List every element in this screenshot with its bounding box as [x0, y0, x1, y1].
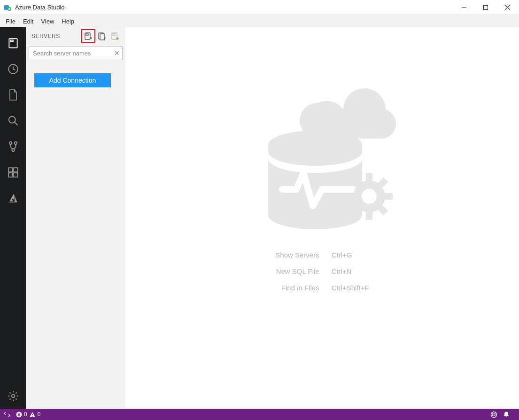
app-icon — [4, 3, 12, 12]
menu-file[interactable]: File — [2, 16, 19, 26]
shortcut-key: Ctrl+G — [332, 251, 369, 259]
svg-rect-18 — [14, 173, 18, 177]
app-body: SERVERS — [0, 27, 519, 409]
svg-point-45 — [32, 416, 33, 417]
shortcut-key: Ctrl+Shift+F — [332, 284, 369, 292]
svg-rect-8 — [10, 40, 13, 41]
shortcut-key: Ctrl+N — [332, 267, 369, 275]
titlebar: Azure Data Studio — [0, 0, 519, 15]
svg-rect-29 — [113, 34, 115, 35]
keyboard-shortcuts: Show Servers Ctrl+G New SQL File Ctrl+N … — [275, 251, 369, 292]
status-warnings-count: 0 — [38, 411, 41, 418]
svg-rect-21 — [86, 34, 88, 35]
svg-point-30 — [116, 38, 119, 40]
status-remote-icon[interactable] — [4, 411, 10, 418]
svg-rect-15 — [8, 168, 13, 172]
add-connection-button[interactable]: Add Connection — [34, 73, 111, 87]
svg-line-11 — [15, 122, 18, 125]
welcome-illustration — [240, 88, 404, 239]
svg-point-13 — [14, 141, 16, 144]
svg-rect-4 — [484, 5, 488, 9]
activitybar — [0, 27, 26, 409]
menu-view[interactable]: View — [37, 16, 58, 26]
new-server-group-icon[interactable] — [95, 30, 108, 43]
svg-point-47 — [492, 413, 493, 414]
search-input[interactable] — [29, 46, 123, 60]
svg-rect-36 — [384, 193, 393, 200]
svg-point-10 — [8, 116, 15, 123]
close-button[interactable] — [496, 0, 518, 15]
menu-edit[interactable]: Edit — [19, 16, 37, 26]
activity-tasks-icon[interactable] — [0, 56, 26, 82]
activity-settings-icon[interactable] — [0, 383, 26, 409]
add-connection-wrap: Add Connection — [26, 60, 125, 87]
minimize-button[interactable] — [453, 0, 475, 15]
editor-area: Show Servers Ctrl+G New SQL File Ctrl+N … — [125, 27, 519, 409]
new-connection-icon[interactable] — [81, 29, 95, 43]
shortcut-label: Show Servers — [275, 251, 319, 259]
sidebar-header: SERVERS — [26, 27, 125, 45]
activity-explorer-icon[interactable] — [0, 82, 26, 108]
activity-azure-icon[interactable] — [0, 185, 26, 211]
svg-point-46 — [491, 412, 497, 417]
svg-point-12 — [9, 141, 11, 144]
clear-search-icon[interactable]: ✕ — [114, 50, 120, 56]
activity-search-icon[interactable] — [0, 108, 26, 133]
status-errors-count: 0 — [24, 411, 27, 418]
sidebar-title: SERVERS — [31, 33, 60, 39]
menubar: File Edit View Help — [0, 15, 519, 27]
svg-rect-16 — [14, 168, 18, 172]
svg-rect-35 — [346, 193, 354, 200]
svg-rect-34 — [366, 211, 372, 220]
svg-rect-25 — [100, 34, 105, 40]
sidebar: SERVERS — [26, 27, 125, 409]
window-title: Azure Data Studio — [15, 4, 65, 11]
search-wrapper: ✕ — [29, 46, 123, 60]
svg-rect-33 — [366, 173, 372, 181]
activity-extensions-icon[interactable] — [0, 159, 26, 185]
status-feedback-icon[interactable] — [490, 411, 497, 418]
status-notifications-icon[interactable] — [503, 411, 510, 418]
shortcut-label: Find in Files — [275, 284, 319, 292]
svg-point-14 — [12, 148, 14, 151]
menu-help[interactable]: Help — [58, 16, 78, 26]
svg-point-48 — [495, 413, 496, 414]
maximize-button[interactable] — [475, 0, 496, 15]
svg-point-32 — [362, 189, 377, 204]
activity-servers-icon[interactable] — [0, 30, 26, 56]
svg-point-19 — [11, 394, 15, 397]
statusbar: 0 0 — [0, 409, 519, 420]
status-problems[interactable]: 0 0 — [16, 411, 40, 418]
svg-point-2 — [8, 8, 10, 10]
svg-rect-17 — [8, 173, 13, 177]
shortcut-label: New SQL File — [275, 267, 319, 275]
show-active-connections-icon[interactable] — [108, 30, 122, 43]
activity-source-control-icon[interactable] — [0, 133, 26, 159]
